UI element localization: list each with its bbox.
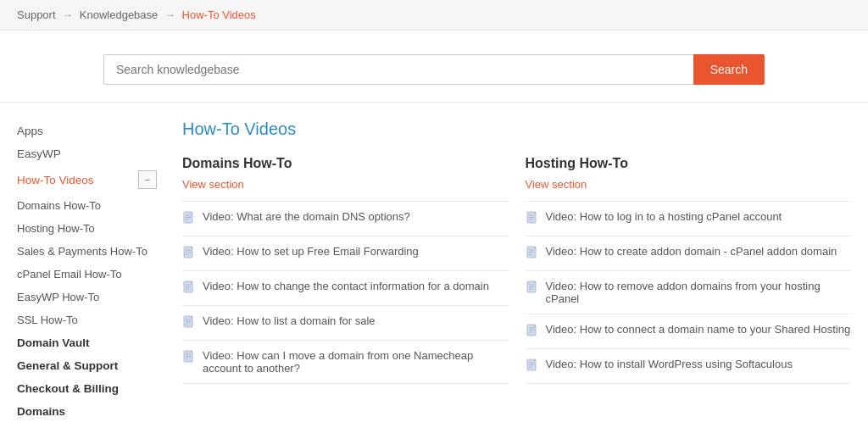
domains-view-section[interactable]: View section <box>182 178 509 191</box>
sidebar: Apps EasyWP How-To Videos − Domains How-… <box>17 119 174 423</box>
column-domains: Domains How-To View section <box>182 156 509 384</box>
sidebar-item-cpanel-email[interactable]: cPanel Email How-To <box>17 263 157 286</box>
sidebar-item-easywp-howto[interactable]: EasyWP How-To <box>17 286 157 308</box>
sidebar-item-domains-howto[interactable]: Domains How-To <box>17 194 157 217</box>
hosting-video-list: Video: How to log in to a hosting cPanel… <box>526 201 852 384</box>
sidebar-toggle[interactable]: − <box>138 170 157 189</box>
document-icon <box>526 358 539 375</box>
hosting-section-title: Hosting How-To <box>526 156 852 171</box>
sidebar-item-domains[interactable]: Domains <box>17 400 157 423</box>
list-item[interactable]: Video: How to change the contact informa… <box>182 271 509 306</box>
list-item[interactable]: Video: What are the domain DNS options? <box>182 202 509 236</box>
document-icon <box>182 211 196 227</box>
sidebar-item-ssl-howto[interactable]: SSL How-To <box>17 308 157 331</box>
sidebar-item-how-to-videos[interactable]: How-To Videos − <box>17 165 157 194</box>
sidebar-item-domain-vault[interactable]: Domain Vault <box>17 331 157 354</box>
document-icon <box>182 246 196 262</box>
sidebar-item-checkout-billing[interactable]: Checkout & Billing <box>17 377 157 400</box>
list-item[interactable]: Video: How to set up Free Email Forwardi… <box>182 236 509 271</box>
domains-section-title: Domains How-To <box>182 156 509 171</box>
breadcrumb-support[interactable]: Support <box>17 8 56 21</box>
breadcrumb-how-to-videos[interactable]: How-To Videos <box>182 8 256 21</box>
sidebar-item-general-support[interactable]: General & Support <box>17 354 157 377</box>
list-item[interactable]: Video: How to connect a domain name to y… <box>526 314 852 349</box>
sidebar-item-hosting-howto[interactable]: Hosting How-To <box>17 217 157 240</box>
list-item[interactable]: Video: How to remove addon domains from … <box>526 271 852 314</box>
sidebar-submenu: Domains How-To Hosting How-To Sales & Pa… <box>17 194 157 331</box>
columns: Domains How-To View section <box>182 156 851 384</box>
list-item[interactable]: Video: How to list a domain for sale <box>182 306 509 341</box>
list-item[interactable]: Video: How to log in to a hosting cPanel… <box>526 202 852 236</box>
breadcrumb: Support → Knowledgebase → How-To Videos <box>0 0 868 31</box>
domains-video-list: Video: What are the domain DNS options? <box>182 201 509 384</box>
document-icon <box>526 246 539 262</box>
document-icon <box>182 281 196 297</box>
column-hosting: Hosting How-To View section <box>526 156 852 384</box>
sidebar-item-apps[interactable]: Apps <box>17 119 157 142</box>
search-section: Search <box>0 31 868 103</box>
document-icon <box>526 324 539 340</box>
list-item[interactable]: Video: How to create addon domain - cPan… <box>526 236 852 271</box>
document-icon <box>526 211 539 227</box>
sidebar-item-easywp[interactable]: EasyWP <box>17 142 157 165</box>
hosting-view-section[interactable]: View section <box>526 178 852 191</box>
breadcrumb-knowledgebase[interactable]: Knowledgebase <box>80 8 159 21</box>
document-icon <box>182 350 196 366</box>
search-button[interactable]: Search <box>693 54 765 85</box>
content-area: How-To Videos Domains How-To View sectio… <box>174 119 851 423</box>
main-layout: Apps EasyWP How-To Videos − Domains How-… <box>0 103 868 439</box>
page-title: How-To Videos <box>182 119 851 139</box>
sidebar-item-sales-payments[interactable]: Sales & Payments How-To <box>17 240 157 263</box>
document-icon <box>182 315 196 331</box>
list-item[interactable]: Video: How to install WordPress using So… <box>526 349 852 384</box>
search-input[interactable] <box>103 54 693 85</box>
list-item[interactable]: Video: How can I move a domain from one … <box>182 341 509 384</box>
document-icon <box>526 281 539 297</box>
search-container: Search <box>103 54 765 85</box>
